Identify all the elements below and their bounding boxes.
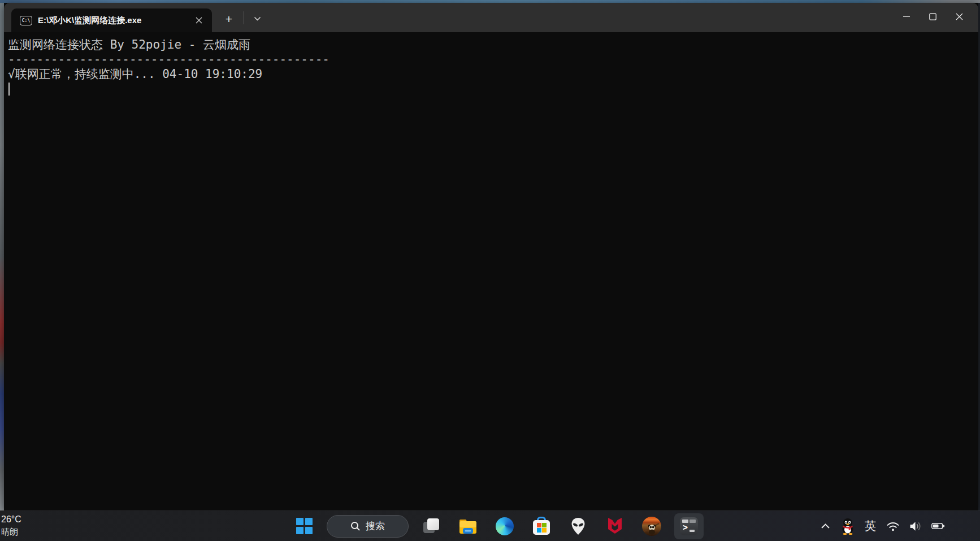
tab-title: E:\邓小K\监测网络连接.exe bbox=[38, 15, 187, 26]
screen: C:\ E:\邓小K\监测网络连接.exe + bbox=[0, 0, 980, 541]
battery-tray-button[interactable] bbox=[931, 517, 945, 535]
windows-terminal-icon: > bbox=[680, 517, 698, 535]
desktop-background-left-strip bbox=[0, 3, 4, 510]
terminal-output-area[interactable]: 监测网络连接状态 By 52pojie - 云烟成雨 -------------… bbox=[4, 32, 978, 510]
terminal-titlebar[interactable]: C:\ E:\邓小K\监测网络连接.exe + bbox=[4, 3, 978, 32]
tab-close-button[interactable] bbox=[190, 12, 207, 28]
close-icon bbox=[196, 17, 202, 24]
terminal-line-status: √联网正常，持续监测中... 04-10 19:10:29 bbox=[8, 67, 978, 81]
weather-temperature: 26°C bbox=[1, 513, 21, 526]
wifi-icon bbox=[886, 520, 900, 533]
alienware-button[interactable] bbox=[564, 513, 592, 539]
microsoft-store-icon bbox=[532, 517, 550, 535]
taskbar-center: 搜索 bbox=[290, 511, 704, 541]
start-button[interactable] bbox=[290, 513, 318, 539]
plus-icon: + bbox=[226, 13, 232, 25]
task-view-button[interactable] bbox=[417, 513, 445, 539]
cmd-icon-label: C:\ bbox=[22, 18, 30, 23]
chevron-up-icon bbox=[821, 523, 830, 529]
taskbar: 26°C 晴朗 搜索 bbox=[0, 510, 980, 541]
edge-icon bbox=[496, 517, 514, 535]
tray-overflow-button[interactable] bbox=[818, 517, 832, 535]
weather-condition: 晴朗 bbox=[1, 526, 21, 538]
microsoft-store-button[interactable] bbox=[527, 513, 556, 539]
search-label: 搜索 bbox=[366, 520, 385, 533]
maximize-icon bbox=[929, 13, 936, 20]
wifi-tray-button[interactable] bbox=[886, 517, 900, 535]
file-explorer-button[interactable] bbox=[454, 513, 482, 539]
system-tray: 英 bbox=[818, 511, 945, 541]
scream-panda-icon bbox=[642, 517, 661, 536]
terminal-line-banner: 监测网络连接状态 By 52pojie - 云烟成雨 bbox=[8, 37, 978, 52]
qq-tray-button[interactable] bbox=[841, 517, 855, 535]
taskbar-search[interactable]: 搜索 bbox=[327, 515, 409, 538]
mcafee-shield-icon bbox=[606, 517, 623, 535]
search-icon bbox=[350, 521, 361, 531]
windows-terminal-button-active[interactable]: > bbox=[674, 513, 704, 539]
windows-logo-icon bbox=[296, 518, 313, 534]
task-view-icon bbox=[422, 517, 440, 535]
terminal-tab[interactable]: C:\ E:\邓小K\监测网络连接.exe bbox=[11, 8, 212, 32]
maximize-button[interactable] bbox=[920, 3, 946, 30]
terminal-prompt-glyph: > bbox=[683, 522, 688, 533]
weather-widget[interactable]: 26°C 晴朗 bbox=[1, 513, 21, 538]
volume-icon bbox=[909, 520, 922, 533]
file-explorer-icon bbox=[458, 517, 478, 535]
scream-app-button[interactable] bbox=[638, 513, 666, 539]
minimize-icon bbox=[903, 16, 910, 17]
minimize-button[interactable] bbox=[893, 3, 920, 30]
language-indicator[interactable]: 英 bbox=[864, 517, 877, 535]
tab-dropdown-button[interactable] bbox=[250, 14, 264, 24]
window-controls bbox=[893, 3, 973, 32]
cmd-icon: C:\ bbox=[20, 16, 32, 25]
language-indicator-label: 英 bbox=[865, 518, 876, 534]
chevron-down-icon bbox=[254, 16, 261, 21]
close-window-button[interactable] bbox=[946, 3, 973, 30]
mcafee-button[interactable] bbox=[601, 513, 629, 539]
terminal-cursor bbox=[8, 83, 10, 96]
terminal-line-divider: ----------------------------------------… bbox=[8, 52, 978, 67]
titlebar-separator bbox=[244, 11, 244, 24]
volume-tray-button[interactable] bbox=[909, 517, 922, 535]
terminal-window: C:\ E:\邓小K\监测网络连接.exe + bbox=[4, 3, 978, 510]
alienware-icon bbox=[570, 517, 586, 535]
close-icon bbox=[956, 13, 963, 20]
edge-browser-button[interactable] bbox=[491, 513, 519, 539]
qq-penguin-icon bbox=[841, 518, 855, 535]
battery-icon bbox=[931, 521, 945, 531]
new-tab-button[interactable]: + bbox=[222, 11, 236, 26]
